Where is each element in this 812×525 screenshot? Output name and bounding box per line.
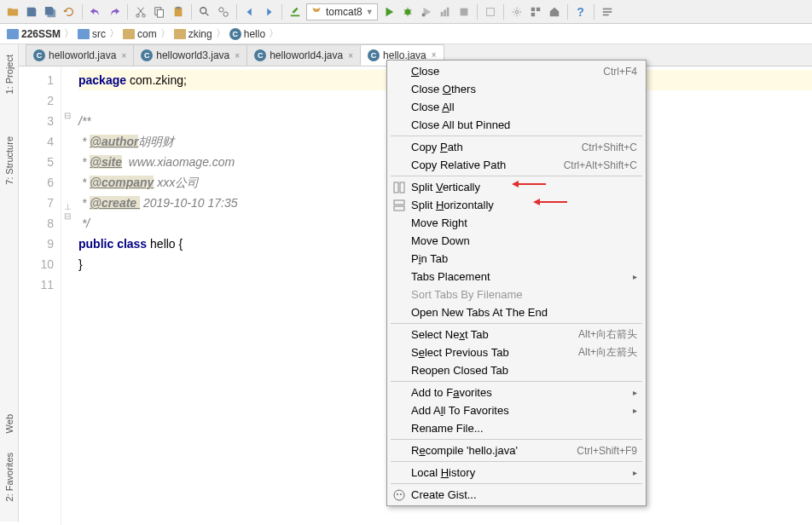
svg-point-29 (400, 493, 402, 495)
main-toolbar: tomcat8 ▼ ? (0, 0, 812, 24)
menu-move-right[interactable]: Move Right (387, 214, 646, 232)
menu-reopen-closed-tab[interactable]: Reopen Closed Tab (387, 361, 646, 379)
package-icon (123, 29, 135, 39)
breadcrumb: 226SSM 〉 src 〉 com 〉 zking 〉 Chello 〉 (0, 24, 812, 44)
breadcrumb-item[interactable]: src (76, 28, 107, 40)
menu-close-all-but-pinned[interactable]: Close All but Pinned (387, 116, 646, 134)
menu-select-previous-tab[interactable]: Select Previous TabAlt+向左箭头 (387, 343, 646, 361)
menu-add-to-favorites[interactable]: Add to Favorites▸ (387, 384, 646, 401)
chevron-right-icon: 〉 (216, 26, 226, 41)
tab-context-menu: CloseCtrl+F4 Close Others Close All Clos… (386, 60, 647, 506)
close-icon[interactable]: × (432, 50, 437, 60)
menu-pin-tab[interactable]: Pin Tab (387, 250, 646, 268)
close-icon[interactable]: × (235, 51, 240, 61)
cut-icon[interactable] (133, 4, 148, 20)
breadcrumb-item[interactable]: Chello (228, 28, 267, 40)
submenu-arrow-icon: ▸ (633, 406, 637, 415)
menu-recompile[interactable]: Recompile 'hello.java'Ctrl+Shift+F9 (387, 441, 646, 459)
stop-icon[interactable] (456, 4, 472, 20)
menu-separator (391, 176, 642, 176)
open-icon[interactable] (5, 4, 20, 20)
folder-icon (78, 29, 90, 39)
menu-split-horizontally[interactable]: Split Horizontally (387, 196, 646, 214)
paste-icon[interactable] (171, 4, 186, 20)
refresh-icon[interactable] (61, 4, 77, 20)
help-icon[interactable]: ? (573, 4, 589, 20)
close-icon[interactable]: × (121, 51, 126, 61)
replace-icon[interactable] (216, 4, 231, 20)
separator (567, 4, 568, 20)
menu-add-all-to-favorites[interactable]: Add All To Favorites▸ (387, 401, 646, 419)
menu-local-history[interactable]: Local History▸ (387, 464, 646, 482)
svg-rect-13 (446, 7, 449, 16)
svg-point-7 (219, 7, 223, 11)
breadcrumb-item[interactable]: com (121, 28, 159, 40)
chevron-right-icon: 〉 (64, 26, 74, 41)
tab-helloworld3[interactable]: Chelloworld3.java× (133, 44, 247, 66)
svg-point-6 (200, 7, 206, 13)
menu-separator (391, 323, 642, 324)
profile-icon[interactable] (438, 4, 453, 20)
menu-tabs-placement[interactable]: Tabs Placement▸ (387, 268, 646, 286)
svg-rect-11 (440, 12, 443, 16)
vcs-icon[interactable] (483, 4, 498, 20)
fold-toggle-icon[interactable]: ⊟ (61, 211, 73, 221)
project-structure-icon[interactable] (528, 4, 543, 20)
close-icon[interactable]: × (348, 51, 353, 61)
svg-point-9 (404, 9, 410, 14)
search-everywhere-icon[interactable] (600, 4, 615, 20)
svg-rect-3 (157, 9, 163, 17)
project-tool-tab[interactable]: 1: Project (4, 51, 14, 97)
class-icon: C (33, 49, 45, 61)
find-icon[interactable] (197, 4, 212, 20)
web-tool-tab[interactable]: Web (4, 411, 14, 436)
fold-end-icon: ⊥ (61, 202, 73, 211)
menu-separator (391, 136, 642, 136)
menu-move-down[interactable]: Move Down (387, 232, 646, 250)
menu-close[interactable]: CloseCtrl+F4 (387, 62, 646, 80)
svg-rect-15 (486, 8, 494, 15)
build-icon[interactable] (287, 4, 303, 20)
left-tool-window-bar: 1: Project 7: Structure Web 2: Favorites (0, 44, 19, 522)
breadcrumb-item[interactable]: 226SSM (5, 28, 62, 40)
run-config-label: tomcat8 (326, 6, 362, 18)
svg-rect-21 (602, 11, 612, 13)
split-vertical-icon (392, 181, 406, 194)
tab-helloworld4[interactable]: Chelloworld4.java× (246, 44, 361, 66)
favorites-tool-tab[interactable]: 2: Favorites (4, 449, 14, 505)
structure-tool-tab[interactable]: 7: Structure (4, 133, 14, 188)
copy-icon[interactable] (152, 4, 167, 20)
fold-toggle-icon[interactable]: ⊟ (61, 111, 73, 120)
tab-helloworld[interactable]: Chelloworld.java× (26, 44, 134, 66)
menu-rename-file[interactable]: Rename File... (387, 419, 646, 437)
annotation-arrow (512, 179, 546, 188)
menu-copy-path[interactable]: Copy PathCtrl+Shift+C (387, 138, 646, 156)
menu-separator (391, 483, 642, 484)
debug-icon[interactable] (400, 4, 415, 20)
run-config-dropdown[interactable]: tomcat8 ▼ (306, 3, 378, 20)
chevron-right-icon: 〉 (269, 26, 279, 41)
coverage-icon[interactable] (419, 4, 434, 20)
settings-icon[interactable] (509, 4, 525, 20)
submenu-arrow-icon: ▸ (633, 272, 637, 281)
menu-select-next-tab[interactable]: Select Next TabAlt+向右箭头 (387, 326, 646, 343)
separator (82, 4, 83, 20)
menu-close-all[interactable]: Close All (387, 98, 646, 116)
run-icon[interactable] (381, 4, 397, 20)
menu-sort-tabs: Sort Tabs By Filename (387, 286, 646, 303)
svg-rect-23 (394, 182, 398, 193)
menu-close-others[interactable]: Close Others (387, 80, 646, 98)
submenu-arrow-icon: ▸ (633, 388, 637, 397)
class-icon: C (254, 49, 266, 61)
save-all-icon[interactable] (43, 4, 58, 20)
breadcrumb-item[interactable]: zking (172, 28, 214, 40)
menu-open-new-tabs-end[interactable]: Open New Tabs At The End (387, 303, 646, 321)
back-icon[interactable] (242, 4, 258, 20)
forward-icon[interactable] (261, 4, 276, 20)
undo-icon[interactable] (88, 4, 103, 20)
redo-icon[interactable] (107, 4, 122, 20)
sdk-icon[interactable] (547, 4, 562, 20)
save-icon[interactable] (24, 4, 39, 20)
menu-copy-relative-path[interactable]: Copy Relative PathCtrl+Alt+Shift+C (387, 156, 646, 174)
menu-create-gist[interactable]: Create Gist... (387, 486, 646, 504)
